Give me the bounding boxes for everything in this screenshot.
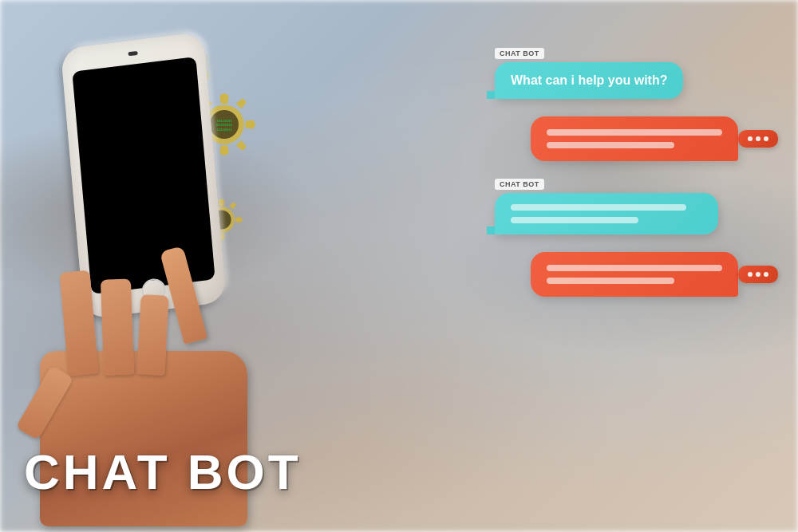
bubble-line (547, 278, 674, 284)
bubble-line (547, 265, 722, 271)
chat-row-bot-2: CHAT BOT (447, 179, 782, 234)
user-bubble-1-lines (547, 129, 722, 148)
user-bubble-1 (531, 116, 738, 161)
page-title: CHAT BOT (24, 443, 302, 500)
phone-screen (72, 57, 215, 294)
dot-3 (764, 272, 768, 277)
dot-2 (756, 136, 760, 141)
bot-bubble-2 (495, 193, 718, 234)
user-bubble-2 (531, 252, 738, 297)
phone-camera (128, 51, 137, 56)
finger-1 (59, 270, 98, 376)
bubble-line (547, 129, 722, 136)
dot-1 (748, 272, 753, 277)
bubble-line (511, 204, 686, 211)
dot-1 (748, 136, 753, 141)
dots-indicator-2 (738, 266, 778, 283)
chat-bot-label-1: CHAT BOT (495, 48, 544, 59)
bubble-line (511, 217, 638, 223)
dots-indicator-1 (738, 130, 778, 148)
phone-container (24, 24, 279, 502)
finger-thumb (16, 365, 74, 440)
bot-message-1: What can i help you with? (511, 73, 667, 87)
finger-3 (136, 294, 168, 376)
chat-bot-label-2: CHAT BOT (495, 179, 544, 190)
chat-row-user-1 (447, 116, 782, 161)
chat-row-bot-1: CHAT BOT What can i help you with? (447, 48, 782, 99)
dot-2 (756, 272, 760, 277)
chat-row-user-2 (447, 252, 782, 297)
chat-area: CHAT BOT What can i help you with? CH (447, 48, 782, 311)
user-bubble-2-lines (547, 265, 722, 284)
finger-2 (101, 278, 134, 375)
dot-3 (764, 136, 768, 141)
bot-bubble-1: What can i help you with? (495, 62, 683, 99)
bubble-line (547, 142, 674, 148)
bot-bubble-2-lines (511, 204, 702, 223)
